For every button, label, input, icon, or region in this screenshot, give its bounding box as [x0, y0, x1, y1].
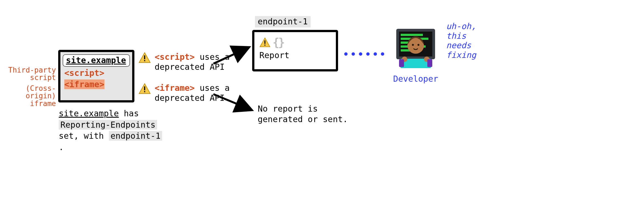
svg-rect-5: [144, 91, 145, 92]
warning-iframe: <iframe> uses a deprecated API: [139, 83, 255, 103]
caption-period: .: [59, 142, 64, 152]
developer-icon: [391, 26, 441, 70]
label-third-party-script: Third-party script: [2, 66, 56, 82]
warning-script: <script> uses a deprecated API: [139, 52, 255, 72]
svg-rect-24: [399, 59, 404, 67]
browser-window: site.example <script> <iframe>: [58, 50, 134, 102]
endpoint-label: endpoint-1: [255, 16, 311, 27]
warning-iframe-text: <iframe> uses a deprecated API: [155, 83, 255, 103]
svg-rect-10: [264, 45, 265, 46]
developer-quote: uh-oh, this needs fixing: [446, 22, 496, 60]
warning-script-text: <script> uses a deprecated API: [155, 52, 255, 72]
caption-has: has: [119, 109, 139, 118]
warning-iframe-code: <iframe>: [155, 83, 195, 93]
svg-rect-25: [427, 59, 432, 67]
script-tag-label: <script>: [63, 68, 130, 79]
warning-script-code: <script>: [155, 52, 195, 62]
svg-point-19: [412, 44, 414, 46]
browser-caption: site.example has Reporting-Endpoints set…: [59, 108, 170, 153]
svg-rect-1: [144, 55, 145, 59]
iframe-tag-label: <iframe>: [63, 79, 130, 90]
developer-figure: Developer: [388, 26, 443, 84]
report-label: Report: [259, 50, 331, 60]
svg-point-20: [418, 44, 420, 46]
endpoint-box: {} Report: [252, 30, 338, 71]
svg-rect-2: [144, 60, 145, 61]
url-bar: site.example: [63, 54, 130, 67]
no-report-text: No report is generated or sent.: [258, 104, 355, 124]
braces-icon: {}: [273, 36, 284, 49]
caption-endpoint: endpoint-1: [109, 131, 162, 141]
svg-rect-13: [401, 34, 423, 36]
label-cross-origin-iframe: (Cross-origin) iframe: [2, 85, 56, 107]
caption-header: Reporting-Endpoints: [59, 120, 157, 130]
caption-site: site.example: [59, 109, 119, 118]
svg-rect-9: [264, 40, 265, 44]
warning-icon: [259, 37, 270, 47]
developer-label: Developer: [388, 74, 443, 84]
caption-set-with: set, with: [59, 131, 109, 141]
warning-icon: [139, 83, 151, 94]
svg-rect-4: [144, 86, 145, 90]
warning-icon: [139, 52, 151, 63]
iframe-box: <iframe>: [64, 79, 104, 89]
dotted-connector: ••••••: [343, 49, 387, 60]
